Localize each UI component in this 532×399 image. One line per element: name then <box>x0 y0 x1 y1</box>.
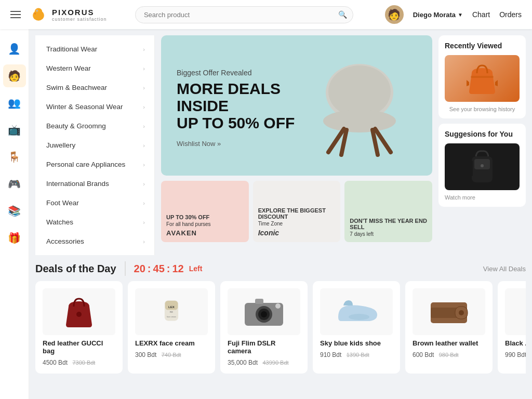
deal-card-4[interactable]: Brown leather wallet 600 Bdt 980 Bdt <box>405 281 493 374</box>
search-bar: 🔍 <box>135 6 353 23</box>
svg-point-29 <box>349 314 369 320</box>
search-input[interactable] <box>135 6 353 23</box>
user-name: Diego Morata ▼ <box>413 11 463 19</box>
svg-text:LEX: LEX <box>168 305 175 309</box>
mini-banner-text-2: EXPLORE THE BIGGEST DISCOUNT Time Zone I… <box>258 207 336 237</box>
mini-banner-yearend[interactable]: DON'T MISS THE YEAR END SELL 7 days left <box>344 181 432 242</box>
svg-text:RX: RX <box>170 311 173 313</box>
avatar: 🧑 <box>385 5 404 24</box>
deal-image-1: LEXRXface cream <box>135 288 208 335</box>
timer-sep-2: : <box>167 263 170 275</box>
category-item-international-brands[interactable]: International Brands› <box>35 174 154 193</box>
deal-price-1: 300 Bdt 740 Bdt <box>135 351 208 358</box>
deal-name-5: Black ... <box>505 339 526 347</box>
svg-point-26 <box>261 311 267 317</box>
sidebar-item-user[interactable]: 👤 <box>3 37 26 60</box>
suggestions-title: Suggesions for You <box>445 130 520 138</box>
arrow-icon: › <box>143 238 145 245</box>
deal-name-4: Brown leather wallet <box>413 339 485 347</box>
hamburger-button[interactable] <box>10 11 21 18</box>
deal-card-5[interactable]: Black ... 990 Bdt <box>498 281 526 374</box>
svg-point-7 <box>323 110 396 132</box>
content-area: Traditional Wear›Western Wear›Swim & Bea… <box>29 29 532 399</box>
wishlist-button[interactable]: Wishlist Now » <box>177 140 302 148</box>
view-all-deals-link[interactable]: View All Deals <box>483 265 526 273</box>
timer-label: Left <box>189 264 203 273</box>
deal-image-3 <box>320 288 393 335</box>
center-column: Biggest Offer Revealed MORE DEALS INSIDE… <box>161 35 432 255</box>
deal-price-4: 600 Bdt 980 Bdt <box>413 351 485 358</box>
orders-link[interactable]: Orders <box>499 10 522 19</box>
hero-subtitle: Biggest Offer Revealed <box>177 69 302 77</box>
watch-more-link[interactable]: Watch more <box>445 194 520 201</box>
deals-title: Deals of the Day <box>35 263 116 275</box>
deals-divider <box>125 261 126 276</box>
sidebar-item-group[interactable]: 👥 <box>3 91 26 114</box>
chair-svg <box>302 56 417 160</box>
logo-text: PIXORUS customer satisfaction <box>52 8 107 22</box>
hero-text: Biggest Offer Revealed MORE DEALS INSIDE… <box>177 69 302 148</box>
main-layout: 👤 🧑 👥 📺 🪑 🎮 📚 🎁 Traditional Wear›Western… <box>0 29 532 399</box>
svg-rect-16 <box>471 161 473 176</box>
category-item-watches[interactable]: Watches› <box>35 212 154 232</box>
deals-header: Deals of the Day 20 : 45 : 12 Left View … <box>35 261 526 276</box>
deal-name-0: Red leather GUCCI bag <box>43 339 115 355</box>
svg-text:face cream: face cream <box>167 316 176 318</box>
mini-banner-text-1: UP TO 30% OFF For all hand purses AVAKEN <box>166 214 211 237</box>
see-history-link[interactable]: See your browsing history <box>445 106 520 112</box>
hero-title: MORE DEALS INSIDEUP TO 50% OFF <box>177 80 302 131</box>
timer-hours: 20 <box>134 263 145 275</box>
timer-seconds: 12 <box>172 263 183 275</box>
category-item-winter-&-seasonal-wear[interactable]: Winter & Seasonal Wear› <box>35 97 154 116</box>
arrow-icon: › <box>143 200 145 206</box>
deal-price-5: 990 Bdt <box>505 351 526 358</box>
sidebar-item-shelf[interactable]: 📚 <box>3 200 26 222</box>
category-item-foot-wear[interactable]: Foot Wear› <box>35 193 154 212</box>
recently-viewed-title: Recently Viewed <box>445 42 520 50</box>
timer-minutes: 45 <box>153 263 165 275</box>
category-item-personal-care-appliances[interactable]: Personal care Appliances› <box>35 155 154 174</box>
logo-icon <box>29 5 48 24</box>
deal-image-2 <box>228 288 300 335</box>
timer-sep-1: : <box>148 263 151 275</box>
category-item-juwellery[interactable]: Juwellery› <box>35 136 154 155</box>
chart-link[interactable]: Chart <box>472 10 490 19</box>
hero-banner: Biggest Offer Revealed MORE DEALS INSIDE… <box>161 35 432 176</box>
arrow-icon: › <box>143 46 145 52</box>
sidebar-item-tv[interactable]: 📺 <box>3 118 26 141</box>
deal-card-1[interactable]: LEXRXface cream LEXRX face cream 300 Bdt… <box>128 281 215 374</box>
deal-card-3[interactable]: Sky blue kids shoe 910 Bdt 1390 Bdt <box>313 281 400 374</box>
deal-card-2[interactable]: Fuji Flim DSLR camera 35,000 Bdt 43990 B… <box>220 281 308 374</box>
category-item-swim-&-beachwear[interactable]: Swim & Beachwear› <box>35 78 154 97</box>
category-item-western-wear[interactable]: Western Wear› <box>35 59 154 78</box>
arrow-icon: › <box>143 123 145 129</box>
svg-point-15 <box>481 164 484 167</box>
deal-name-3: Sky blue kids shoe <box>320 339 393 347</box>
sidebar-item-person[interactable]: 🧑 <box>3 64 26 87</box>
backpack-svg <box>467 146 498 188</box>
deal-card-0[interactable]: Red leather GUCCI bag 4500 Bdt 7300 Bdt <box>35 281 123 374</box>
bag-svg <box>461 60 503 97</box>
category-item-accessories[interactable]: Accessories› <box>35 232 154 251</box>
svg-rect-12 <box>471 76 494 78</box>
deal-price-3: 910 Bdt 1390 Bdt <box>320 351 393 358</box>
arrow-icon: › <box>143 142 145 149</box>
chair-illustration <box>302 51 417 165</box>
sidebar-item-game[interactable]: 🎮 <box>3 172 26 195</box>
category-item-beauty-&-groomng[interactable]: Beauty & Groomng› <box>35 116 154 136</box>
header-right: 🧑 Diego Morata ▼ Chart Orders <box>385 5 522 24</box>
chevron-down-icon: ▼ <box>458 12 463 18</box>
svg-point-17 <box>76 312 82 317</box>
mini-banner-watches[interactable]: EXPLORE THE BIGGEST DISCOUNT Time Zone I… <box>253 181 341 242</box>
svg-point-1 <box>35 8 42 15</box>
arrow-icon: › <box>143 65 145 72</box>
suggestions-card: Suggesions for You Watch more <box>438 124 526 207</box>
sidebar-item-gift[interactable]: 🎁 <box>3 227 26 249</box>
category-item-traditional-wear[interactable]: Traditional Wear› <box>35 39 154 59</box>
deal-name-1: LEXRX face cream <box>135 339 208 347</box>
recently-viewed-image <box>445 55 520 102</box>
svg-point-3 <box>36 10 37 11</box>
deal-name-2: Fuji Flim DSLR camera <box>228 339 300 355</box>
sidebar-item-chair[interactable]: 🪑 <box>3 145 26 168</box>
mini-banner-purses[interactable]: UP TO 30% OFF For all hand purses AVAKEN <box>161 181 249 242</box>
